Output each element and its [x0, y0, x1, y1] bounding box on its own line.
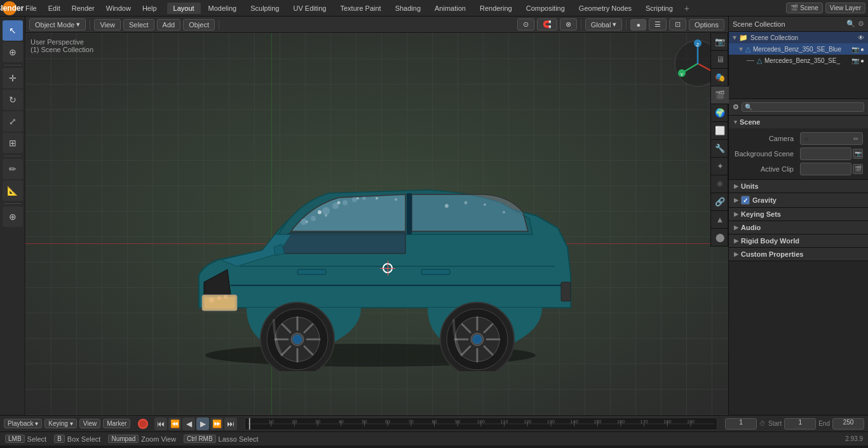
viewport-3d[interactable]: Object Mode ▾ View Select Add Object ⊙ 🧲… [25, 17, 728, 415]
units-header[interactable]: ▶ Units [729, 180, 868, 193]
props-header-search[interactable]: 🔍 [742, 102, 864, 112]
props-tab-scene[interactable]: 🎬 [711, 86, 729, 104]
background-scene-value[interactable] [800, 147, 851, 160]
select-menu[interactable]: Select [123, 19, 154, 31]
tab-texture-paint[interactable]: Texture Paint [334, 3, 387, 14]
chevron-icon: ▾ [613, 20, 616, 29]
props-tab-constraints[interactable]: 🔗 [711, 193, 729, 211]
props-tab-object[interactable]: ⬜ [711, 122, 729, 140]
viewport-scene[interactable]: User Perspective (1) Scene Collection [25, 33, 728, 415]
start-frame-input[interactable]: 1 [784, 418, 816, 430]
tab-scripting[interactable]: Scripting [639, 3, 679, 14]
object-mode-selector[interactable]: Object Mode ▾ [29, 18, 86, 31]
cursor-tool-btn[interactable]: ⊕ [3, 42, 23, 62]
move-tool-btn[interactable]: ✛ [3, 68, 23, 88]
menu-window[interactable]: Window [101, 3, 136, 13]
keying-sets-header[interactable]: ▶ Keying Sets [729, 208, 868, 221]
overlay-btn[interactable]: ☰ [649, 18, 667, 31]
outliner-item-mercedes[interactable]: ▾ △ Mercedes_Benz_350_SE_Blue 📷 ● [729, 43, 868, 55]
rotate-tool-btn[interactable]: ↻ [3, 90, 23, 110]
menu-help[interactable]: Help [137, 3, 162, 13]
props-tab-particles[interactable]: ✦ [711, 158, 729, 175]
jump-end-btn[interactable]: ⏭ [224, 417, 237, 430]
visibility-eye-icon[interactable]: 👁 [858, 34, 864, 41]
menu-render[interactable]: Render [67, 3, 100, 13]
outliner-filter-icon[interactable]: 🔍 [846, 20, 855, 28]
props-tab-output[interactable]: 🖥 [711, 51, 729, 69]
custom-props-header[interactable]: ▶ Custom Properties [729, 248, 868, 261]
jump-start-btn[interactable]: ⏮ [154, 417, 167, 430]
gravity-header[interactable]: ▶ ✓ Gravity [729, 193, 868, 207]
annotate-tool-btn[interactable]: ✏ [3, 159, 23, 179]
tab-rendering[interactable]: Rendering [473, 3, 519, 14]
step-forward-btn[interactable]: ⏩ [210, 417, 223, 430]
tab-geometry-nodes[interactable]: Geometry Nodes [573, 3, 638, 14]
tab-shading[interactable]: Shading [389, 3, 427, 14]
step-back-btn[interactable]: ⏪ [168, 417, 181, 430]
rigid-body-header[interactable]: ▶ Rigid Body World [729, 234, 868, 247]
viewport-shading-btn[interactable]: ● [630, 19, 646, 31]
xray-btn[interactable]: ⊡ [669, 18, 686, 31]
tab-modeling[interactable]: Modeling [202, 3, 243, 14]
chevron-down-icon: ▾ [76, 20, 80, 29]
global-local-selector[interactable]: Global ▾ [585, 18, 623, 31]
add-tool-btn[interactable]: ⊕ [3, 207, 23, 227]
props-tab-modifiers[interactable]: 🔧 [711, 140, 729, 158]
proportional-edit-btn[interactable]: ⊗ [560, 18, 577, 31]
options-btn[interactable]: Options [689, 19, 724, 31]
scale-tool-btn[interactable]: ⤢ [3, 111, 23, 132]
timeline-track[interactable]: 10 20 30 40 50 60 70 80 90 100 110 120 1… [245, 417, 717, 430]
select-tool-btn[interactable]: ↖ [3, 20, 23, 41]
add-menu[interactable]: Add [157, 19, 181, 31]
play-record-btn[interactable] [138, 419, 148, 429]
svg-text:140: 140 [571, 418, 578, 424]
tab-compositing[interactable]: Compositing [520, 3, 571, 14]
measure-tool-btn[interactable]: 📐 [3, 180, 23, 201]
transform-pivot-btn[interactable]: ⊙ [517, 18, 534, 31]
outliner-item-collection[interactable]: ▾ 📁 Scene Collection 👁 [729, 32, 868, 43]
props-tab-world[interactable]: 🌍 [711, 104, 729, 122]
audio-header[interactable]: ▶ Audio [729, 221, 868, 234]
active-clip-checkbox[interactable]: 🎬 [853, 164, 863, 174]
menu-file[interactable]: File [20, 3, 42, 13]
background-scene-checkbox[interactable]: 📷 [853, 149, 863, 159]
camera-value[interactable]: ■ ✏ [800, 132, 863, 145]
tab-sculpting[interactable]: Sculpting [244, 3, 285, 14]
active-clip-value[interactable] [800, 163, 851, 175]
add-workspace-button[interactable]: + [681, 2, 693, 15]
props-tab-view-layer[interactable]: 🎭 [711, 69, 729, 86]
current-frame-input[interactable]: 1 [725, 418, 757, 430]
props-tab-material[interactable]: ⬤ [711, 229, 729, 247]
transform-tool-btn[interactable]: ⊞ [3, 133, 23, 153]
keying-btn[interactable]: Keying ▾ [44, 419, 76, 428]
end-frame-input[interactable]: 250 [832, 418, 864, 430]
props-tab-render[interactable]: 📷 [711, 33, 729, 51]
outliner-settings-icon[interactable]: ⚙ [858, 20, 864, 28]
view-btn[interactable]: View [79, 419, 101, 428]
marker-btn[interactable]: Marker [103, 419, 130, 428]
play-reverse-btn[interactable]: ◀ [182, 417, 195, 430]
view-menu[interactable]: View [94, 19, 121, 31]
camera-edit-icon[interactable]: ✏ [853, 135, 858, 142]
props-tab-physics[interactable]: ⚛ [711, 175, 729, 193]
tab-animation[interactable]: Animation [428, 3, 472, 14]
props-tab-data[interactable]: ▲ [711, 211, 729, 229]
tab-layout[interactable]: Layout [167, 3, 201, 14]
snap-btn[interactable]: 🧲 [537, 18, 557, 31]
menu-edit[interactable]: Edit [43, 3, 65, 13]
render-icon[interactable]: ● [860, 46, 864, 53]
scene-section-header[interactable]: ▾ Scene [729, 116, 868, 128]
render-icon-2[interactable]: ● [860, 57, 864, 64]
playback-btn[interactable]: Playback ▾ [4, 419, 42, 428]
view-layer-selector[interactable]: View Layer [825, 3, 865, 13]
play-btn[interactable]: ▶ [196, 417, 209, 430]
cam-icon[interactable]: 📷 [851, 46, 859, 53]
outliner-item-mercedes-sub[interactable]: — △ Mercedes_Benz_350_SE_ 📷 ● [729, 55, 868, 66]
status-bar: LMB Select B Box Select Numpad Zoom View… [0, 431, 868, 445]
object-menu[interactable]: Object [183, 19, 215, 31]
scene-selector[interactable]: 🎬 Scene [786, 3, 822, 13]
gravity-checkbox[interactable]: ✓ [741, 196, 750, 205]
tab-uv-editing[interactable]: UV Editing [287, 3, 332, 14]
viewport-perspective-label: User Perspective (1) Scene Collection [31, 38, 93, 53]
cam-icon-2[interactable]: 📷 [851, 57, 859, 64]
